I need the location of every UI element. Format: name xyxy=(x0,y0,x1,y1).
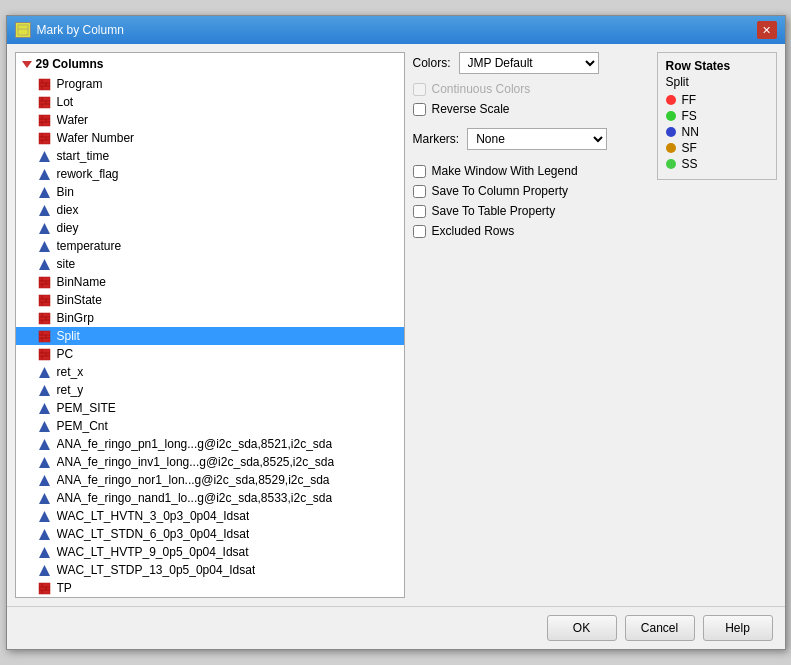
column-label: PEM_Cnt xyxy=(57,419,108,433)
window-title: Mark by Column xyxy=(37,23,124,37)
expand-icon xyxy=(22,61,32,68)
state-label: FS xyxy=(682,109,697,123)
list-item[interactable]: Lot xyxy=(16,93,404,111)
svg-rect-57 xyxy=(39,349,50,360)
svg-rect-2 xyxy=(39,79,50,90)
help-button[interactable]: Help xyxy=(703,615,773,641)
list-item[interactable]: PC xyxy=(16,345,404,363)
list-item[interactable]: WAC_LT_STDP_13_0p5_0p04_Idsat xyxy=(16,561,404,579)
list-item[interactable]: BinName xyxy=(16,273,404,291)
continuous-icon xyxy=(38,563,52,577)
svg-marker-32 xyxy=(39,259,50,270)
ok-button[interactable]: OK xyxy=(547,615,617,641)
svg-marker-74 xyxy=(39,565,50,576)
column-label: BinGrp xyxy=(57,311,94,325)
column-label: BinName xyxy=(57,275,106,289)
row-states-container: FFFSNNSFSS xyxy=(666,93,768,171)
continuous-icon xyxy=(38,545,52,559)
list-item[interactable]: Bin xyxy=(16,183,404,201)
list-item[interactable]: WAC_LT_HVTP_9_0p5_0p04_Idsat xyxy=(16,543,404,561)
column-label: Wafer Number xyxy=(57,131,135,145)
column-label: start_time xyxy=(57,149,110,163)
svg-rect-14 xyxy=(39,115,50,126)
list-item[interactable]: Wafer xyxy=(16,111,404,129)
continuous-colors-label: Continuous Colors xyxy=(432,82,531,96)
list-item[interactable]: ret_x xyxy=(16,363,404,381)
state-dot xyxy=(666,95,676,105)
row-state-item: FF xyxy=(666,93,768,107)
continuous-icon xyxy=(38,167,52,181)
reverse-scale-checkbox[interactable] xyxy=(413,103,426,116)
markers-dropdown[interactable]: None Filled Circle Open Circle Square Di… xyxy=(467,128,607,150)
close-button[interactable]: ✕ xyxy=(757,21,777,39)
column-label: ret_x xyxy=(57,365,84,379)
list-item[interactable]: WAC_LT_STDN_6_0p3_0p04_Idsat xyxy=(16,525,404,543)
state-label: NN xyxy=(682,125,699,139)
save-column-property-label: Save To Column Property xyxy=(432,184,569,198)
list-item[interactable]: ANA_fe_ringo_nand1_lo...g@i2c_sda,8533,i… xyxy=(16,489,404,507)
list-item[interactable]: Split xyxy=(16,327,404,345)
continuous-icon xyxy=(38,491,52,505)
make-window-legend-checkbox[interactable] xyxy=(413,165,426,178)
nominal-icon xyxy=(38,311,52,325)
svg-rect-51 xyxy=(39,331,50,342)
save-table-property-checkbox[interactable] xyxy=(413,205,426,218)
cancel-button[interactable]: Cancel xyxy=(625,615,695,641)
continuous-colors-checkbox[interactable] xyxy=(413,83,426,96)
title-bar: Mark by Column ✕ xyxy=(7,16,785,44)
colors-row: Colors: JMP Default Red to Blue Blue to … xyxy=(413,52,645,74)
column-label: ANA_fe_ringo_nor1_lon...g@i2c_sda,8529,i… xyxy=(57,473,330,487)
list-item[interactable]: ret_y xyxy=(16,381,404,399)
list-item[interactable]: ANA_fe_ringo_inv1_long...g@i2c_sda,8525,… xyxy=(16,453,404,471)
list-item[interactable]: BinState xyxy=(16,291,404,309)
list-item[interactable]: TP xyxy=(16,579,404,597)
list-item[interactable]: diey xyxy=(16,219,404,237)
continuous-icon xyxy=(38,437,52,451)
list-item[interactable]: temperature xyxy=(16,237,404,255)
split-subtitle: Split xyxy=(666,75,768,89)
row-state-item: FS xyxy=(666,109,768,123)
list-item[interactable]: BinGrp xyxy=(16,309,404,327)
state-label: SF xyxy=(682,141,697,155)
list-item[interactable]: rework_flag xyxy=(16,165,404,183)
svg-marker-29 xyxy=(39,205,50,216)
list-item[interactable]: PEM_Cnt xyxy=(16,417,404,435)
continuous-icon xyxy=(38,455,52,469)
state-dot xyxy=(666,159,676,169)
colors-dropdown[interactable]: JMP Default Red to Blue Blue to Red Cust… xyxy=(459,52,599,74)
svg-rect-39 xyxy=(39,295,50,306)
svg-rect-8 xyxy=(39,97,50,108)
column-label: WAC_LT_STDN_6_0p3_0p04_Idsat xyxy=(57,527,250,541)
list-item[interactable]: ANA_fe_ringo_pn1_long...g@i2c_sda,8521,i… xyxy=(16,435,404,453)
continuous-icon xyxy=(38,509,52,523)
list-item[interactable]: start_time xyxy=(16,147,404,165)
right-panel: Colors: JMP Default Red to Blue Blue to … xyxy=(413,52,777,598)
column-label: ANA_fe_ringo_nand1_lo...g@i2c_sda,8533,i… xyxy=(57,491,333,505)
make-window-legend-row: Make Window With Legend xyxy=(413,164,645,178)
continuous-icon xyxy=(38,221,52,235)
list-item[interactable]: diex xyxy=(16,201,404,219)
list-item[interactable]: site xyxy=(16,255,404,273)
svg-marker-73 xyxy=(39,547,50,558)
excluded-rows-label: Excluded Rows xyxy=(432,224,515,238)
save-column-property-checkbox[interactable] xyxy=(413,185,426,198)
continuous-icon xyxy=(38,473,52,487)
list-item[interactable]: PEM_SITE xyxy=(16,399,404,417)
svg-rect-75 xyxy=(39,583,50,594)
reverse-scale-row: Reverse Scale xyxy=(413,102,645,116)
svg-marker-69 xyxy=(39,475,50,486)
column-label: WAC_LT_HVTP_9_0p5_0p04_Idsat xyxy=(57,545,249,559)
excluded-rows-checkbox[interactable] xyxy=(413,225,426,238)
reverse-scale-label: Reverse Scale xyxy=(432,102,510,116)
list-item[interactable]: WAC_LT_HVTN_3_0p3_0p04_Idsat xyxy=(16,507,404,525)
continuous-icon xyxy=(38,365,52,379)
list-item[interactable]: ANA_fe_ringo_nor1_lon...g@i2c_sda,8529,i… xyxy=(16,471,404,489)
list-item[interactable]: Wafer Number xyxy=(16,129,404,147)
nominal-icon xyxy=(38,77,52,91)
continuous-icon xyxy=(38,401,52,415)
list-item[interactable]: Program xyxy=(16,75,404,93)
state-dot xyxy=(666,111,676,121)
continuous-icon xyxy=(38,257,52,271)
svg-marker-66 xyxy=(39,421,50,432)
svg-marker-67 xyxy=(39,439,50,450)
